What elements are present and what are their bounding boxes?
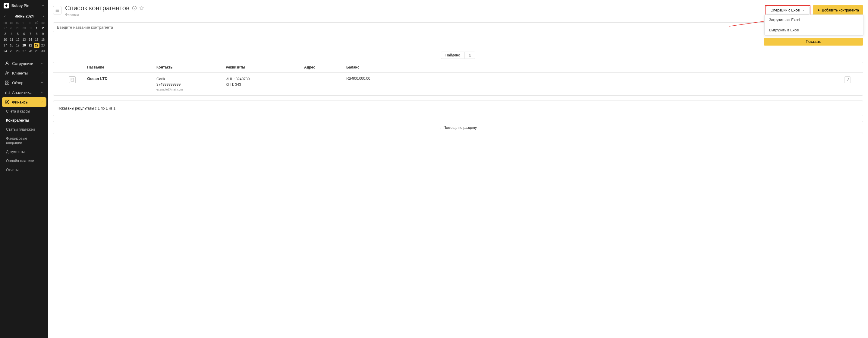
calendar-day[interactable]: 26 — [15, 49, 21, 54]
user-icon — [5, 61, 10, 66]
company-icon — [69, 76, 76, 83]
info-icon[interactable] — [132, 6, 137, 10]
contact-email: example@mail.com — [156, 87, 226, 92]
menu-toggle-button[interactable] — [53, 6, 61, 15]
calendar-next[interactable] — [41, 14, 46, 19]
inn-value: 3249739 — [236, 77, 250, 81]
table: Название Контакты Реквизиты Адрес Баланс… — [53, 62, 863, 96]
help-link[interactable]: Помощь по разделу — [53, 121, 863, 134]
breadcrumb: Финансы — [65, 13, 761, 16]
nav-item-Финансы[interactable]: Финансы — [2, 97, 46, 107]
main: Список контрагентов Финансы Операции с E… — [48, 0, 868, 338]
dropdown-import-excel[interactable]: Загрузить из Excel — [765, 15, 864, 25]
header: Список контрагентов Финансы Операции с E… — [48, 0, 868, 19]
calendar-day[interactable]: 5 — [15, 31, 21, 36]
cell-balance: R$-900.000,00 — [346, 76, 844, 81]
svg-point-2 — [8, 72, 9, 73]
calendar-day[interactable]: 22 — [34, 43, 39, 48]
contact-phone: 374999999999 — [156, 82, 226, 87]
chevron-down-icon — [40, 91, 43, 94]
chevron-down-icon — [41, 4, 44, 7]
calendar-day[interactable]: 18 — [9, 43, 14, 48]
svg-rect-4 — [7, 81, 9, 82]
calendar-day[interactable]: 27 — [2, 26, 8, 31]
col-contacts: Контакты — [156, 65, 226, 69]
calendar-day[interactable]: 28 — [9, 26, 14, 31]
svg-rect-3 — [5, 81, 7, 82]
calendar-day[interactable]: 10 — [2, 37, 8, 42]
nav-sub-item[interactable]: Статьи платежей — [2, 125, 46, 134]
calendar-prev[interactable] — [2, 14, 7, 19]
calendar-day[interactable]: 28 — [27, 49, 33, 54]
grid-icon — [5, 80, 10, 85]
nav-item-Сотрудники[interactable]: Сотрудники — [2, 59, 46, 68]
calendar-day[interactable]: 19 — [15, 43, 21, 48]
search-input[interactable] — [53, 22, 863, 32]
calendar-day[interactable]: 14 — [27, 37, 33, 42]
dropdown-export-excel[interactable]: Выгрузить в Excel — [765, 25, 864, 35]
calendar-day[interactable]: 11 — [9, 37, 14, 42]
calendar-day[interactable]: 31 — [27, 26, 33, 31]
excel-dropdown: Загрузить из Excel Выгрузить в Excel — [764, 15, 864, 36]
calendar-day[interactable]: 8 — [34, 31, 39, 36]
svg-point-0 — [6, 62, 8, 63]
calendar-day[interactable]: 25 — [9, 49, 14, 54]
svg-rect-6 — [7, 83, 9, 84]
calendar-day[interactable]: 15 — [34, 37, 39, 42]
table-row[interactable]: Ocean LTD Garik 374999999999 example@mai… — [53, 73, 863, 95]
results-info: Показаны результаты с 1 по 1 из 1 — [53, 101, 863, 116]
nav-sub-item[interactable]: Финансовые операции — [2, 134, 46, 147]
user-block[interactable]: Bobby Pin — [0, 0, 48, 11]
calendar-day[interactable]: 7 — [27, 31, 33, 36]
calendar-day[interactable]: 17 — [2, 43, 8, 48]
edit-button[interactable] — [844, 76, 851, 83]
kpp-value: 343 — [235, 82, 241, 87]
contact-name: Garik — [156, 76, 226, 82]
chevron-down-icon — [40, 72, 43, 75]
star-icon[interactable] — [139, 6, 144, 10]
svg-point-1 — [6, 72, 7, 73]
chart-icon — [5, 90, 10, 95]
calendar-day[interactable]: 21 — [27, 43, 33, 48]
page-title: Список контрагентов — [65, 4, 130, 12]
svg-marker-18 — [140, 6, 144, 10]
svg-rect-23 — [71, 78, 73, 82]
calendar-day[interactable]: 30 — [40, 49, 46, 54]
calendar-day[interactable]: 12 — [15, 37, 21, 42]
found-count: 1 — [464, 52, 475, 59]
calendar-day[interactable]: 29 — [34, 49, 39, 54]
calendar-day[interactable]: 16 — [40, 37, 46, 42]
calendar-day[interactable]: 30 — [22, 26, 27, 31]
nav-sub-item[interactable]: Документы — [2, 147, 46, 156]
svg-rect-31 — [441, 128, 441, 129]
nav-sub-item[interactable]: Контрагенты — [2, 116, 46, 125]
calendar-day[interactable]: 4 — [9, 31, 14, 36]
add-counterparty-button[interactable]: Добавить контрагента — [813, 5, 863, 16]
calendar-day[interactable]: 13 — [22, 37, 27, 42]
sidebar: Bobby Pin Июнь 2024 пнвтсрчтптсбвс272829… — [0, 0, 48, 338]
calendar-day[interactable]: 27 — [22, 49, 27, 54]
calendar-day[interactable]: 29 — [15, 26, 21, 31]
nav-item-Аналитика[interactable]: Аналитика — [2, 87, 46, 97]
user-name: Bobby Pin — [11, 4, 39, 8]
col-addr: Адрес — [304, 65, 346, 69]
cell-name: Ocean LTD — [87, 76, 156, 81]
calendar-day[interactable]: 23 — [40, 43, 46, 48]
show-button[interactable]: Показать — [764, 38, 863, 46]
calendar-day[interactable]: 24 — [2, 49, 8, 54]
calendar-day[interactable]: 6 — [22, 31, 27, 36]
calendar-day[interactable]: 2 — [40, 26, 46, 31]
calendar-day[interactable]: 9 — [40, 31, 46, 36]
nav-sub-item[interactable]: Отчеты — [2, 165, 46, 174]
nav-sub-item[interactable]: Счета и кассы — [2, 107, 46, 116]
found-label: Найдено — [441, 52, 464, 59]
calendar-day[interactable]: 3 — [2, 31, 8, 36]
nav-item-Клиенты[interactable]: Клиенты — [2, 68, 46, 78]
calendar-day[interactable]: 1 — [34, 26, 39, 31]
nav-item-Обзор[interactable]: Обзор — [2, 78, 46, 87]
col-balance: Баланс — [346, 65, 844, 69]
calendar-day[interactable]: 20 — [22, 43, 27, 48]
excel-operations-button[interactable]: Операции с Excel — [766, 6, 809, 15]
nav-sub-item[interactable]: Онлайн-платежи — [2, 156, 46, 165]
users-icon — [5, 71, 10, 76]
